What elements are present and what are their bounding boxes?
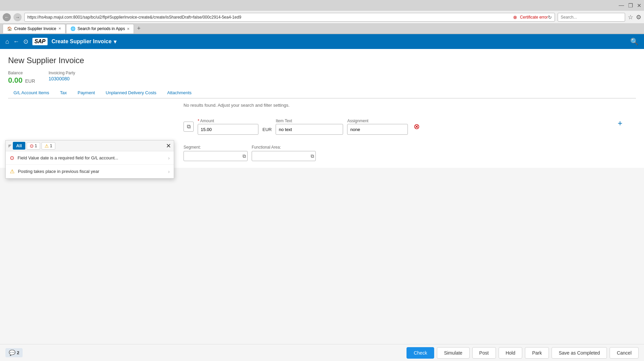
popup-item-arrow-1: ›: [168, 169, 170, 174]
popup-header: ◤ All ⊙ 1 ⚠ 1 ✕: [6, 140, 174, 151]
save-as-completed-button[interactable]: Save as Completed: [552, 347, 607, 359]
browser-tabs: 🏠 Create Supplier Invoice ✕ 🌐 Search for…: [0, 24, 644, 34]
tab-close-search[interactable]: ✕: [127, 27, 130, 31]
maximize-button[interactable]: ❐: [628, 2, 633, 9]
dropdown-arrow-icon: ▾: [114, 38, 116, 45]
url-text: https://hs4sap.majul.com:8001/sap/bc/ui2…: [27, 15, 513, 20]
new-tab-button[interactable]: +: [135, 25, 143, 33]
bottom-left: 💬 2: [5, 348, 23, 357]
window-controls[interactable]: — ❐ ✕: [619, 2, 641, 9]
balance-field: Balance 0.00 EUR: [8, 71, 35, 85]
popup-tabs: All ⊙ 1 ⚠ 1: [13, 142, 163, 150]
segment-pick-icon[interactable]: ⧉: [243, 153, 246, 159]
amount-currency-label: EUR: [262, 127, 272, 132]
popup-item-0[interactable]: ⊙ Field Value date is a required field f…: [6, 151, 174, 165]
favorites-icon[interactable]: ☆: [628, 14, 633, 21]
sap-title-dropdown[interactable]: Create Supplier Invoice ▾: [52, 38, 116, 45]
settings-icon[interactable]: ⚙: [636, 14, 641, 21]
sap-header-title: Create Supplier Invoice: [52, 38, 112, 45]
tab-icon-search: 🌐: [71, 26, 76, 31]
functional-area-pick-icon[interactable]: ⧉: [311, 153, 314, 159]
popup-all-label: All: [16, 143, 22, 148]
segment-input[interactable]: [186, 154, 243, 159]
invoicing-party-value[interactable]: 10300080: [49, 76, 75, 81]
warn-count: 1: [50, 143, 52, 148]
invoicing-party-field: Invoicing Party 10300080: [49, 71, 75, 85]
assignment-label: Assignment: [347, 119, 408, 123]
functional-area-input[interactable]: [254, 154, 311, 159]
address-bar: ← → https://hs4sap.majul.com:8001/sap/bc…: [0, 11, 644, 24]
validation-popup: ◤ All ⊙ 1 ⚠ 1 ✕ ⊙ Field Value date is a …: [5, 140, 174, 179]
amount-input[interactable]: [198, 124, 258, 135]
browser-search-input[interactable]: [558, 13, 625, 22]
delete-row-button[interactable]: ⊗: [412, 122, 421, 131]
page-title: New Supplier Invoice: [8, 56, 636, 65]
resize-handle[interactable]: ◤: [8, 144, 11, 148]
park-button[interactable]: Park: [525, 347, 549, 359]
segment-input-wrap[interactable]: ⧉: [184, 151, 248, 161]
tab-gl-account-items[interactable]: G/L Account Items: [8, 87, 55, 99]
popup-item-1[interactable]: ⚠ Posting takes place in previous fiscal…: [6, 165, 174, 178]
item-text-input[interactable]: [276, 124, 343, 135]
balance-currency: EUR: [25, 78, 35, 84]
balance-label: Balance: [8, 71, 35, 75]
tab-search-periods[interactable]: 🌐 Search for periods in Apps ✕: [66, 24, 134, 33]
sap-header: ⌂ ← ⊙ SAP Create Supplier Invoice ▾ 🔍: [0, 34, 644, 49]
popup-tab-all[interactable]: All: [13, 142, 25, 150]
history-icon[interactable]: ⊙: [23, 38, 28, 45]
refresh-button[interactable]: ↻: [548, 15, 552, 20]
amount-row: ⧉ * Amount EUR Item Text Assignment ⊗: [8, 119, 618, 135]
functional-area-input-wrap[interactable]: ⧉: [252, 151, 316, 161]
error-count: 1: [35, 143, 37, 148]
close-button[interactable]: ✕: [637, 2, 641, 9]
minimize-button[interactable]: —: [619, 2, 624, 9]
tab-payment[interactable]: Payment: [72, 87, 100, 99]
error-circle-icon: ⊙: [30, 143, 34, 149]
forward-button[interactable]: →: [13, 13, 22, 21]
segment-field: Segment: ⧉: [184, 145, 248, 161]
post-button[interactable]: Post: [472, 347, 496, 359]
segment-label: Segment:: [184, 145, 248, 150]
no-results-text: No results found. Adjust your search and…: [8, 99, 636, 112]
check-button[interactable]: Check: [407, 347, 434, 359]
content-tabs: G/L Account Items Tax Payment Unplanned …: [8, 87, 636, 99]
functional-area-field: Functional Area: ⧉: [252, 145, 316, 161]
tab-tax[interactable]: Tax: [55, 87, 72, 99]
tab-attachments[interactable]: Attachments: [162, 87, 197, 99]
simulate-button[interactable]: Simulate: [437, 347, 469, 359]
tab-unplanned-delivery-costs[interactable]: Unplanned Delivery Costs: [100, 87, 162, 99]
bottom-right: Check Simulate Post Hold Park Save as Co…: [407, 347, 639, 359]
message-badge[interactable]: 💬 2: [5, 348, 23, 357]
assignment-input[interactable]: [347, 124, 408, 135]
header-form-row: Balance 0.00 EUR Invoicing Party 1030008…: [8, 71, 636, 85]
url-bar[interactable]: https://hs4sap.majul.com:8001/sap/bc/ui2…: [24, 13, 555, 22]
message-count: 2: [17, 350, 19, 355]
back-button[interactable]: ←: [3, 13, 11, 21]
tab-close-create[interactable]: ✕: [58, 27, 61, 30]
error-item-icon: ⊙: [10, 155, 14, 161]
required-star: *: [198, 119, 199, 123]
cert-error-icon: ⊗: [513, 15, 517, 20]
delete-icon: ⊗: [414, 122, 420, 131]
title-bar: — ❐ ✕: [0, 0, 644, 11]
cancel-button[interactable]: Cancel: [610, 347, 639, 359]
popup-item-arrow-0: ›: [168, 155, 170, 161]
popup-close-button[interactable]: ✕: [166, 142, 171, 150]
functional-area-label: Functional Area:: [252, 145, 316, 150]
popup-item-text-0: Field Value date is a required field for…: [18, 155, 168, 160]
add-row-button[interactable]: +: [618, 119, 622, 128]
copy-button[interactable]: ⧉: [184, 122, 194, 132]
popup-error-badge[interactable]: ⊙ 1: [27, 142, 40, 150]
popup-warn-badge[interactable]: ⚠ 1: [41, 142, 55, 150]
popup-item-text-1: Posting takes place in previous fiscal y…: [18, 169, 168, 174]
tab-icon-create: 🏠: [7, 26, 12, 31]
tab-create-supplier-invoice[interactable]: 🏠 Create Supplier Invoice ✕: [3, 24, 65, 33]
hold-button[interactable]: Hold: [499, 347, 523, 359]
tab-label-create: Create Supplier Invoice: [14, 26, 56, 31]
back-nav-icon[interactable]: ←: [13, 38, 19, 45]
balance-value: 0.00: [8, 76, 23, 84]
search-icon[interactable]: 🔍: [630, 38, 639, 45]
warn-triangle-icon: ⚠: [45, 143, 49, 149]
home-icon[interactable]: ⌂: [5, 38, 9, 45]
cert-error-label: Certificate error: [520, 15, 548, 20]
